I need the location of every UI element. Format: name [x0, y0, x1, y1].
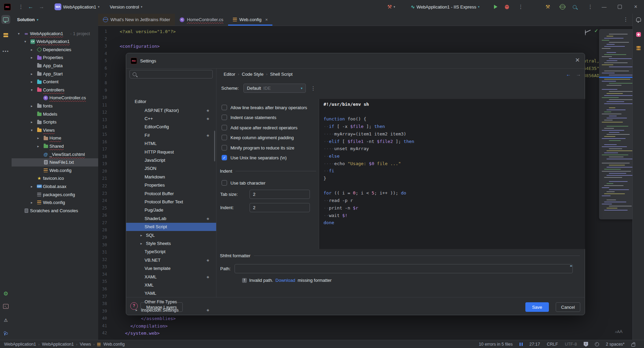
solution-tree-item-fonts[interactable]: ▸fonts — [12, 102, 98, 110]
tree-scrollbar[interactable] — [214, 131, 215, 161]
settings-tree-item-vb-net[interactable]: VB.NET◈ — [126, 256, 216, 264]
solution-tree-item-properties[interactable]: ▸Properties — [12, 54, 98, 62]
solution-tree-item-app-data[interactable]: App_Data — [12, 61, 98, 70]
settings-back-icon[interactable]: ← — [566, 71, 571, 77]
tree-chevron-icon[interactable]: ▾ — [30, 128, 33, 132]
save-button[interactable]: Save — [525, 302, 549, 312]
solution-tree-item-favicon-ico[interactable]: ★favicon.ico — [12, 174, 98, 183]
solution-tree-item-newfile1-txt[interactable]: NewFile1.txt — [12, 158, 98, 166]
alarm-icon[interactable] — [595, 342, 599, 346]
tab-web-config[interactable]: Web.config× — [228, 14, 272, 26]
resharper-icon[interactable] — [560, 0, 565, 14]
main-menu-icon[interactable]: ⋮ — [18, 0, 24, 14]
settings-tree-item-c-[interactable]: C++◈ — [126, 114, 216, 122]
forward-icon[interactable]: → — [39, 0, 44, 14]
status-breadcrumb-file[interactable]: Web.config — [103, 342, 124, 347]
checkbox-indent-case-statements[interactable]: Indent case statements — [222, 113, 276, 121]
tree-chevron-icon[interactable]: ▸ — [36, 144, 40, 148]
solution-tree-item-scripts[interactable]: ▸Scripts — [12, 118, 98, 126]
run-button[interactable] — [494, 0, 497, 14]
tab-what-s-new-in-jetbrains-rider[interactable]: What's New in JetBrains Rider — [98, 14, 175, 26]
settings-tree-item-sql[interactable]: ▸SQL — [126, 231, 216, 239]
inspections-ok-icon[interactable]: ✓ — [594, 28, 598, 33]
checkbox-add-space-after-redirect-operators[interactable]: Add space after redirect operators — [222, 124, 298, 132]
settings-tree-item-typescript[interactable]: TypeScript — [126, 248, 216, 256]
more-actions-icon[interactable]: ⋮ — [588, 0, 593, 14]
search-everywhere-icon[interactable] — [573, 0, 576, 14]
manage-layers-button[interactable]: Manage Layers — [140, 302, 183, 312]
tree-chevron-icon[interactable]: ▸ — [140, 242, 142, 245]
vcs-widget[interactable]: Version control ▾ — [110, 0, 143, 14]
settings-tree-item-pug-jade[interactable]: Pug/Jade — [126, 206, 216, 214]
status-breadcrumb-item[interactable]: WebApplication1 — [42, 342, 74, 347]
solution-tree-item-web-config[interactable]: ▸Web.config — [12, 199, 98, 207]
download-link[interactable]: Download — [275, 278, 295, 283]
solution-panel-header[interactable]: Solution ▾ — [17, 14, 39, 26]
notifications-bell-icon[interactable] — [634, 15, 643, 24]
use-tab-checkbox[interactable]: Use tab character — [222, 179, 266, 187]
nuget-tool-window-icon[interactable]: ✚ — [634, 30, 643, 39]
line-ending[interactable]: CRLF — [547, 342, 558, 347]
tree-chevron-icon[interactable]: ▾ — [30, 88, 33, 92]
solution-tree-item-web-config[interactable]: Web.config — [12, 166, 98, 174]
breadcrumb-item[interactable]: Code Style — [242, 72, 264, 77]
settings-tree-item-yaml[interactable]: YAML — [126, 289, 216, 298]
solution-tree-item-content[interactable]: ▸Content — [12, 78, 98, 86]
indent-config[interactable]: 2 spaces* — [606, 342, 625, 347]
minimize-button[interactable]: — — [602, 0, 606, 14]
highlighting-off-eye-icon[interactable] — [585, 30, 586, 35]
settings-tree-item-asp-net-razor-[interactable]: ASP.NET (Razor)◈ — [126, 106, 216, 114]
status-breadcrumb-item[interactable]: WebApplication1 — [4, 342, 36, 347]
shield-icon[interactable]: ! — [584, 342, 588, 347]
settings-tree-item-xml[interactable]: XML — [126, 281, 216, 289]
settings-tree-item-editorconfig[interactable]: EditorConfig — [126, 123, 216, 131]
caret-position[interactable]: 27:17 — [529, 342, 540, 347]
help-icon[interactable]: ? — [130, 302, 138, 310]
shfmt-path-input[interactable] — [235, 264, 573, 273]
solution-tree-item-controllers[interactable]: ▾Controllers — [12, 86, 98, 94]
settings-tree-item-http-request[interactable]: HTTP Request — [126, 148, 216, 156]
encoding[interactable]: UTF-8 — [565, 342, 577, 347]
settings-tree-item-style-sheets[interactable]: ▸Style Sheets — [126, 239, 216, 247]
solution-tree-item-home[interactable]: ▸Home — [12, 134, 98, 142]
solution-tree-item-homecontroller-cs[interactable]: CHomeController.cs — [12, 94, 98, 102]
settings-tree-item-protocol-buffer-text[interactable]: Protocol Buffer Text — [126, 198, 216, 206]
tree-chevron-icon[interactable]: ▸ — [30, 104, 33, 108]
unlock-icon[interactable] — [631, 344, 635, 347]
solution-tree-item--viewstart-cshtml[interactable]: @_ViewStart.cshtml — [12, 150, 98, 158]
app-logo-icon[interactable]: RD — [4, 0, 11, 14]
settings-gear-icon[interactable]: ⚙ — [1, 289, 10, 298]
problems-icon[interactable]: ⚠ — [1, 316, 10, 324]
tab-homecontroller-cs[interactable]: CHomeController.cs — [175, 14, 228, 26]
indent-input[interactable]: 2 — [250, 203, 310, 212]
tree-chevron-icon[interactable]: ▸ — [30, 80, 33, 84]
more-tool-windows-icon[interactable]: ••• — [1, 47, 10, 56]
settings-tree-item-protocol-buffer[interactable]: Protocol Buffer — [126, 189, 216, 198]
maximize-button[interactable] — [618, 0, 622, 14]
status-breadcrumb[interactable]: WebApplication1›WebApplication1›Views›We… — [4, 340, 125, 348]
terminal-icon[interactable]: >_ — [1, 302, 10, 311]
close-window-button[interactable]: × — [634, 0, 637, 14]
settings-breadcrumb[interactable]: Editor›Code Style›Shell Script — [224, 70, 293, 78]
tree-chevron-icon[interactable]: ▸ — [140, 233, 142, 237]
solution-tool-window-icon[interactable] — [1, 15, 10, 24]
build-hammer-icon[interactable]: ⚒▾ — [387, 0, 395, 14]
back-icon[interactable]: ← — [28, 0, 33, 14]
breadcrumb-item[interactable]: Editor — [224, 72, 235, 77]
settings-tree-item-json[interactable]: JSON — [126, 164, 216, 173]
tree-chevron-icon[interactable]: ▸ — [30, 201, 33, 204]
solution-tree-item-packages-config[interactable]: packages.config — [12, 190, 98, 199]
tab-close-icon[interactable]: × — [265, 17, 268, 22]
checkbox-keep-column-alignment-padding[interactable]: Keep column alignment padding — [222, 133, 294, 142]
settings-tree-item-markdown[interactable]: Markdown — [126, 173, 216, 181]
settings-tree-item-shaderlab[interactable]: ShaderLab◈ — [126, 214, 216, 222]
solution-tree-item-app-start[interactable]: ▸App_Start — [12, 70, 98, 78]
error-count[interactable]: 10 errors in 5 files — [479, 342, 512, 347]
solution-tree-item-models[interactable]: Models — [12, 110, 98, 118]
tab-options-icon[interactable]: ⋮ — [623, 16, 628, 23]
tree-chevron-icon[interactable]: ▾ — [24, 40, 27, 43]
solution-tree-item-webapplication1[interactable]: ▾C#WebApplication1 — [12, 38, 98, 46]
solution-tree-item-webapplication1[interactable]: ▾∞WebApplication1· 1 project — [12, 29, 98, 38]
tree-chevron-icon[interactable]: ▸ — [30, 185, 33, 188]
build-tools-icon[interactable]: ⚒ — [545, 0, 550, 14]
